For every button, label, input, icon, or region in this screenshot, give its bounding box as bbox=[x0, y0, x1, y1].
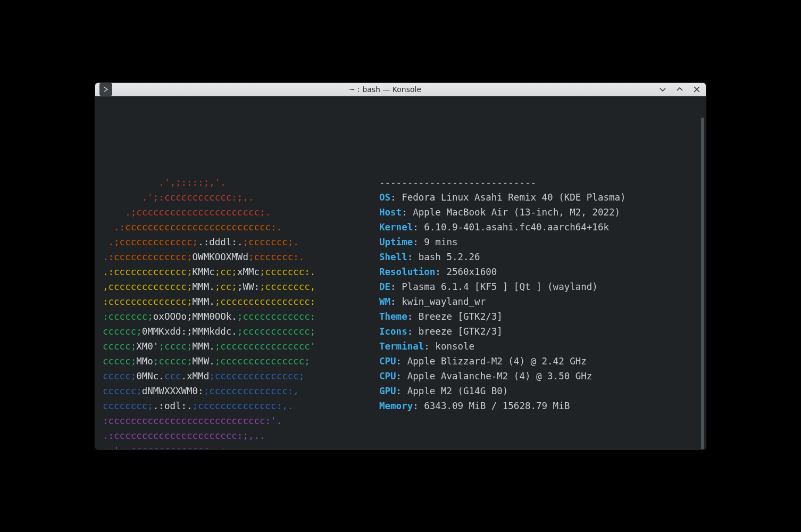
logo-line: ccccc; bbox=[103, 341, 136, 352]
logo-line: .;ccccccccccccc; bbox=[103, 237, 198, 247]
window-title: ~ : bash — Konsole bbox=[112, 85, 658, 94]
info-key-memory: Memory bbox=[379, 401, 413, 411]
info-key-theme: Theme bbox=[379, 311, 407, 322]
konsole-window: ~ : bash — Konsole .',;::::;,'. .';:cccc… bbox=[95, 82, 706, 450]
chevron-right-icon bbox=[103, 87, 109, 92]
info-val-uptime: : 9 mins bbox=[413, 237, 457, 247]
info-val-resolution: : 2560x1600 bbox=[435, 267, 497, 277]
info-key-shell: Shell bbox=[379, 252, 407, 262]
info-val-kernel: : 6.10.9-401.asahi.fc40.aarch64+16k bbox=[413, 222, 609, 232]
logo-line: ccccc; bbox=[103, 356, 136, 367]
logo-line: .';:cccccccccccc:;,. bbox=[103, 192, 254, 203]
info-key-cpu1: CPU bbox=[379, 356, 396, 367]
logo-line: .:ccccccccccccc; bbox=[103, 252, 193, 262]
color-palette bbox=[379, 422, 698, 450]
logo-line: cccccc; bbox=[103, 326, 142, 337]
info-val-memory: : 6343.09 MiB / 15628.79 MiB bbox=[413, 401, 570, 411]
ascii-logo: .',;::::;,'. .';:cccccccccccc:;,. .;cccc… bbox=[103, 160, 331, 450]
logo-line: ,cccccccccccccc; bbox=[103, 281, 193, 292]
info-key-resolution: Resolution bbox=[379, 267, 435, 277]
maximize-button[interactable] bbox=[675, 85, 685, 94]
info-key-cpu2: CPU bbox=[379, 371, 396, 381]
chevron-up-icon bbox=[676, 86, 683, 93]
logo-line: :cccccccccccccc; bbox=[103, 296, 193, 307]
chevron-down-icon bbox=[659, 86, 666, 93]
close-button[interactable] bbox=[692, 85, 702, 94]
titlebar: ~ : bash — Konsole bbox=[95, 83, 706, 96]
info-val-de: : Plasma 6.1.4 [KF5 ] [Qt ] (wayland) bbox=[390, 281, 598, 292]
system-info: ---------------------------- OS: Fedora … bbox=[331, 160, 698, 450]
info-val-wm: : kwin_wayland_wr bbox=[390, 296, 486, 307]
logo-line: :cccccccccccccccccccccccccccc:'. bbox=[103, 415, 282, 426]
logo-line: :ccccccc; bbox=[103, 311, 153, 322]
logo-line: ccccc; bbox=[103, 371, 136, 381]
info-key-uptime: Uptime bbox=[379, 237, 413, 247]
logo-line: .;cccccccccccccccccccccc;. bbox=[103, 207, 271, 218]
logo-line: cccccccc; bbox=[103, 401, 153, 411]
info-val-terminal: : konsole bbox=[424, 341, 474, 352]
info-key-de: DE bbox=[379, 281, 390, 292]
info-val-cpu1: : Apple Blizzard-M2 (4) @ 2.42 GHz bbox=[396, 356, 587, 367]
info-key-icons: Icons bbox=[379, 326, 407, 337]
app-menu-button[interactable] bbox=[99, 83, 112, 96]
minimize-button[interactable] bbox=[658, 85, 668, 94]
info-key-terminal: Terminal bbox=[379, 341, 424, 352]
logo-line: .:ccccccccccccc; bbox=[103, 267, 193, 277]
scrollbar[interactable] bbox=[701, 118, 704, 450]
info-val-shell: : bash 5.2.26 bbox=[407, 252, 480, 262]
logo-line: '::cccccccccccccc::;,. bbox=[103, 445, 237, 450]
close-icon bbox=[693, 86, 700, 93]
terminal-area[interactable]: .',;::::;,'. .';:cccccccccccc:;,. .;cccc… bbox=[95, 96, 706, 450]
info-key-kernel: Kernel bbox=[379, 222, 413, 232]
logo-line: .',;::::;,'. bbox=[103, 177, 226, 188]
logo-line: cccccc; bbox=[103, 386, 142, 396]
info-val-icons: : breeze [GTK2/3] bbox=[407, 326, 503, 337]
info-val-os: : Fedora Linux Asahi Remix 40 (KDE Plasm… bbox=[390, 192, 626, 203]
logo-line: .:cccccccccccccccccccccccccc:. bbox=[103, 222, 282, 232]
info-val-cpu2: : Apple Avalanche-M2 (4) @ 3.50 GHz bbox=[396, 371, 593, 381]
info-val-theme: : Breeze [GTK2/3] bbox=[407, 311, 503, 322]
info-key-host: Host bbox=[379, 207, 402, 218]
info-val-host: : Apple MacBook Air (13-inch, M2, 2022) bbox=[402, 207, 620, 218]
info-key-wm: WM bbox=[379, 296, 390, 307]
info-separator: ---------------------------- bbox=[379, 177, 536, 188]
info-key-gpu: GPU bbox=[379, 386, 396, 396]
info-val-gpu: : Apple M2 (G14G B0) bbox=[396, 386, 508, 396]
logo-line: .:cccccccccccccccccccccc:;,.. bbox=[103, 430, 265, 441]
info-key-os: OS bbox=[379, 192, 390, 203]
